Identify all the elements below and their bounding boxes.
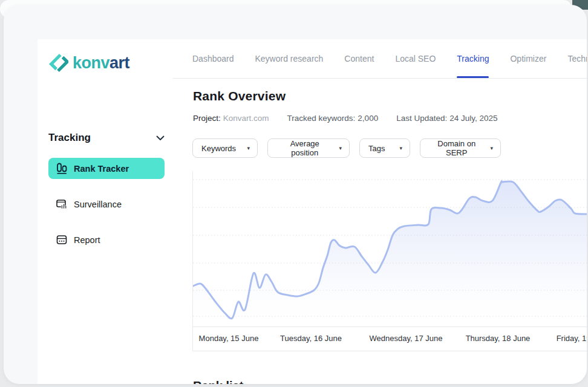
sidebar-item-report[interactable]: Report (48, 229, 165, 250)
x-axis-label: Thursday, 18 June (466, 334, 531, 343)
meta-value: 24 July, 2025 (449, 114, 497, 123)
report-icon (56, 234, 68, 246)
sidebar-item-label: Surveillance (74, 200, 122, 209)
sidebar-item-surveillance[interactable]: Surveillance (48, 194, 165, 215)
dropdown-caret-icon: ▾ (399, 145, 402, 151)
meta-value: 2,000 (358, 114, 378, 123)
sidebar-item-label: Report (74, 235, 100, 245)
dropdown-caret-icon: ▾ (247, 145, 250, 151)
chevron-down-icon (156, 135, 165, 141)
filter-label: Keywords (201, 144, 236, 153)
filter-label: Average position (276, 139, 333, 157)
page-title: Rank Overview (193, 89, 286, 103)
next-section-title: Rank list (193, 379, 243, 384)
dropdown-caret-icon: ▾ (490, 145, 493, 151)
meta-label: Last Updated: (396, 114, 447, 123)
meta-item: Last Updated:24 July, 2025 (396, 114, 497, 123)
nav-tab-keyword-research[interactable]: Keyword research (255, 39, 324, 78)
sidebar-section-label: Tracking (48, 132, 91, 144)
rank-chart-plot (193, 171, 587, 327)
nav-tab-dashboard[interactable]: Dashboard (192, 39, 234, 78)
x-axis-label: Friday, 19 June (557, 334, 587, 343)
rank-chart-x-axis: Monday, 15 JuneTuesday, 16 JuneWednesday… (193, 327, 587, 351)
sidebar-section-tracking[interactable]: Tracking (48, 132, 165, 144)
meta-label: Tracked keywords: (287, 114, 356, 123)
konvart-logo[interactable]: konvart (48, 53, 129, 73)
surveillance-icon (56, 198, 68, 210)
konvart-logo-icon (48, 53, 68, 73)
dropdown-caret-icon: ▾ (339, 145, 342, 151)
filter-label: Tags (368, 144, 385, 153)
rank-chart: Monday, 15 JuneTuesday, 16 JuneWednesday… (192, 171, 587, 351)
sidebar-item-label: Rank Tracker (74, 164, 129, 174)
sidebar-menu: Rank TrackerSurveillanceReport (48, 158, 165, 250)
app-window: konvart Tracking Rank TrackerSurveillanc… (4, 5, 587, 384)
x-axis-label: Tuesday, 16 June (280, 334, 342, 343)
filter-dropdown-average-position[interactable]: Average position▾ (267, 138, 350, 158)
meta-item: Project:Konvart.com (193, 114, 269, 123)
meta-value: Konvart.com (223, 114, 269, 123)
filter-label: Domain on SERP (429, 139, 484, 157)
nav-tab-tracking[interactable]: Tracking (457, 39, 489, 78)
sidebar: konvart Tracking Rank TrackerSurveillanc… (38, 39, 174, 384)
meta-label: Project: (193, 114, 221, 123)
sidebar-item-rank-tracker[interactable]: Rank Tracker (48, 158, 165, 179)
nav-tab-local-seo[interactable]: Local SEO (395, 39, 436, 78)
filter-dropdown-domain-on-serp[interactable]: Domain on SERP▾ (420, 138, 501, 158)
filter-dropdown-keywords[interactable]: Keywords▾ (192, 138, 258, 158)
nav-tab-technical[interactable]: Technical (567, 39, 587, 78)
x-axis-label: Monday, 15 June (199, 334, 259, 343)
konvart-logo-text: konvart (73, 55, 129, 71)
rank-tracker-icon (56, 163, 68, 175)
filter-dropdown-tags[interactable]: Tags▾ (359, 138, 410, 158)
project-meta-row: Project:Konvart.comTracked keywords:2,00… (193, 114, 498, 123)
filter-bar: Keywords▾Average position▾Tags▾Domain on… (192, 138, 501, 158)
main-area: DashboardKeyword researchContentLocal SE… (173, 39, 587, 384)
top-navigation: DashboardKeyword researchContentLocal SE… (173, 39, 587, 79)
meta-item: Tracked keywords:2,000 (287, 114, 379, 123)
nav-tab-content[interactable]: Content (344, 39, 374, 78)
nav-tab-optimizer[interactable]: Optimizer (510, 39, 546, 78)
x-axis-label: Wednesday, 17 June (370, 334, 443, 343)
